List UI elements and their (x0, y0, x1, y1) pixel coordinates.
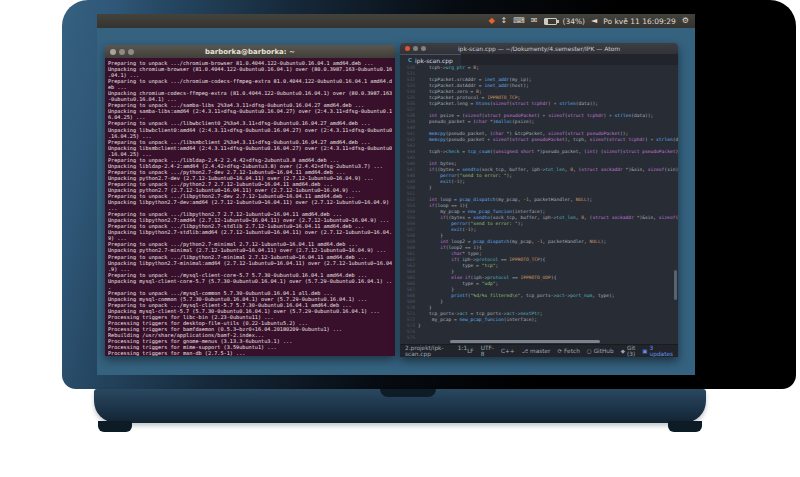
status-item-c-[interactable]: C++ (501, 348, 515, 354)
status-item-label: 3 updates (650, 345, 673, 357)
status-left: 2.projekt/ipk-scan.cpp 1:1 (405, 345, 467, 357)
software-updater-icon[interactable]: ◆ (488, 14, 494, 28)
clock[interactable]: Po kvě 11 16:09:29 (603, 17, 676, 26)
keyboard-indicator-icon[interactable]: ⌨ (513, 14, 525, 28)
terminal-line: Preparing to unpack .../mysql-client-cor… (108, 272, 392, 278)
cpp-file-icon: C (408, 57, 412, 63)
system-panel: ◆ ↕ ⌨ ✉ (34%) ◄ Po kvě 11 16:09:29 ⚙ (97, 14, 695, 28)
terminal-line: Preparing to unpack .../libwbclient0_2%3… (108, 120, 392, 126)
terminal-line: Preparing to unpack .../chromium-codecs-… (108, 78, 392, 84)
laptop-foot-right (668, 421, 702, 432)
status-item-icon: ⎇ (522, 348, 528, 354)
code-editor[interactable]: 530 tcph->urg_ptr = 0;531532 tcpPacket.s… (400, 65, 678, 344)
status-file-path[interactable]: 2.projekt/ipk-scan.cpp (405, 345, 451, 357)
status-item-icon: ◆ (621, 348, 625, 354)
status-item-lf[interactable]: LF (467, 348, 474, 354)
editor-titlebar[interactable]: ipk-scan.cpp — ~/Dokumenty/4.semester/IP… (400, 43, 678, 54)
terminal-line: Unpacking mysql-client-core-5.7 (5.7.30-… (108, 278, 392, 284)
status-item-git-3-[interactable]: ◆Git (3) (621, 345, 636, 357)
terminal-line: Unpacking mysql-common (5.7.30-0ubuntu0.… (108, 296, 392, 302)
terminal-title: barborka@barborka: ~ (105, 48, 395, 56)
status-item-label: Fetch (564, 348, 580, 354)
code-lines: 530 tcph->urg_ptr = 0;531532 tcpPacket.s… (400, 65, 678, 341)
status-item-github[interactable]: ○GitHub (587, 348, 614, 354)
status-cursor-position[interactable]: 1:1 (458, 345, 467, 357)
terminal-window: barborka@barborka: ~ Preparing to unpack… (105, 45, 395, 356)
mail-icon[interactable]: ✉ (531, 14, 538, 28)
status-item-label: master (530, 348, 550, 354)
terminal-line: Unpacking libpython2.7-stdlib:amd64 (2.7… (108, 229, 392, 235)
editor-tabbar: C ipk-scan.cpp (400, 54, 678, 65)
terminal-output[interactable]: Preparing to unpack .../chromium-browser… (105, 58, 395, 356)
tab-ipk-scan[interactable]: C ipk-scan.cpp (400, 54, 461, 65)
terminal-line: Unpacking libsmbclient:amd64 (2:4.3.11+d… (108, 145, 392, 151)
status-item-master[interactable]: ⎇master (522, 348, 551, 354)
terminal-line: Unpacking libpython2.7-minimal:amd64 (2.… (108, 260, 392, 266)
status-item-label: UTF-8 (481, 345, 494, 357)
terminal-line: Unpacking libldap-2.4-2:amd64 (2.4.42+df… (108, 163, 392, 169)
network-icon[interactable]: ↕ (501, 14, 508, 28)
status-item-label: GitHub (594, 348, 614, 354)
vertical-scrollbar[interactable] (674, 270, 677, 300)
status-item-fetch[interactable]: ⟳Fetch (557, 348, 579, 354)
volume-icon[interactable]: ◄ (591, 14, 597, 28)
horizontal-scrollbar[interactable] (450, 340, 600, 343)
status-item-utf-8[interactable]: UTF-8 (481, 345, 494, 357)
laptop-base (94, 389, 706, 423)
terminal-line: Unpacking python2.7-minimal (2.7.12-1ubu… (108, 247, 392, 253)
terminal-line: Unpacking chromium-browser (81.0.4044.12… (108, 66, 392, 72)
status-item-label: C++ (501, 348, 515, 354)
terminal-line: Unpacking libwbclient0:amd64 (2:4.3.11+d… (108, 127, 392, 133)
status-item-label: LF (467, 348, 474, 354)
laptop-mockup: ◆ ↕ ⌨ ✉ (34%) ◄ Po kvě 11 16:09:29 ⚙ bar… (0, 0, 800, 477)
status-item-icon: ▣ (642, 348, 647, 354)
desktop-screen: ◆ ↕ ⌨ ✉ (34%) ◄ Po kvě 11 16:09:29 ⚙ bar… (97, 14, 695, 375)
editor-statusbar: 2.projekt/ipk-scan.cpp 1:1 LFUTF-8C++⎇ma… (400, 344, 678, 357)
status-item-icon: ○ (587, 348, 592, 354)
battery-percent: (34%) (563, 17, 586, 26)
status-item-icon: ⟳ (557, 348, 562, 354)
status-right: LFUTF-8C++⎇master⟳Fetch○GitHub◆Git (3)▣3… (467, 345, 673, 357)
terminal-line: Preparing to unpack .../libsmbclient_2%3… (108, 139, 392, 145)
terminal-line: Unpacking samba-libs:amd64 (2:4.3.11+dfs… (108, 108, 392, 114)
laptop-foot-left (98, 421, 132, 432)
terminal-line: Processing triggers for man-db (2.7.5-1)… (108, 350, 392, 356)
gear-icon[interactable]: ⚙ (682, 14, 689, 28)
tab-label: ipk-scan.cpp (415, 57, 453, 64)
terminal-line: Unpacking libpython2.7-dev:amd64 (2.7.12… (108, 199, 392, 205)
terminal-titlebar[interactable]: barborka@barborka: ~ (105, 45, 395, 58)
status-item-3-updates[interactable]: ▣3 updates (642, 345, 673, 357)
terminal-line: Preparing to unpack .../libpython2.7-min… (108, 254, 392, 260)
battery-icon[interactable] (544, 18, 557, 25)
laptop-notch (380, 389, 436, 397)
status-item-label: Git (3) (627, 345, 635, 357)
editor-title: ipk-scan.cpp — ~/Dokumenty/4.semester/IP… (400, 45, 678, 52)
editor-window: ipk-scan.cpp — ~/Dokumenty/4.semester/IP… (400, 43, 678, 357)
